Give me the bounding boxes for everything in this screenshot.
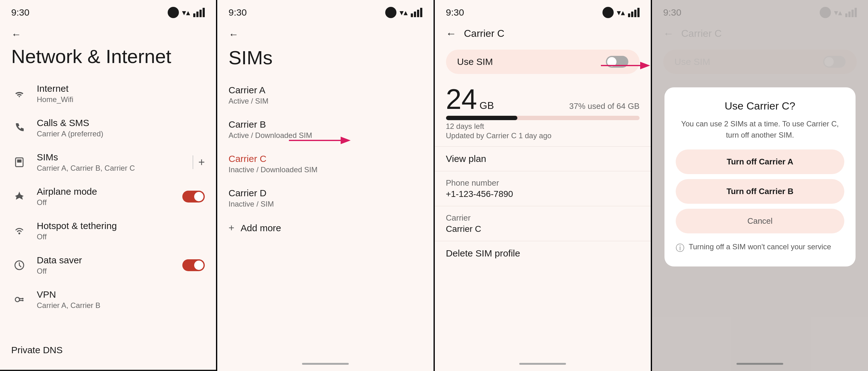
add-more-item[interactable]: + Add more	[217, 215, 433, 240]
datasaver-toggle-thumb	[194, 260, 204, 270]
menu-text-sims: SIMs Carrier A, Carrier B, Carrier C	[37, 152, 183, 173]
internet-sublabel: Home_Wifi	[37, 95, 205, 104]
sim-item-carrier-a[interactable]: Carrier A Active / SIM	[217, 78, 433, 112]
data-amount-row: 24 GB 37% used of 64 GB	[446, 85, 640, 113]
airplane-toggle[interactable]	[182, 191, 205, 202]
phone-number-label: Phone number	[446, 178, 640, 188]
svg-point-2	[19, 232, 20, 234]
turn-off-carrier-a-button[interactable]: Turn off Carrier A	[676, 149, 844, 174]
sim-item-carrier-c[interactable]: Carrier C Inactive / Downloaded SIM	[217, 147, 433, 181]
vpn-sublabel: Carrier A, Carrier B	[37, 301, 205, 310]
status-bar-2: 9:30 ▾▴	[217, 0, 433, 23]
cancel-button[interactable]: Cancel	[676, 209, 844, 233]
bottom-bar-2	[302, 363, 349, 365]
menu-text-vpn: VPN Carrier A, Carrier B	[37, 289, 205, 310]
signal-icon-3	[628, 8, 640, 17]
svg-rect-1	[17, 160, 22, 163]
menu-text-airplane: Airplane mode Off	[37, 186, 173, 207]
hotspot-icon	[11, 223, 27, 239]
menu-item-internet[interactable]: Internet Home_Wifi	[0, 77, 216, 111]
carrier-c-status: Inactive / Downloaded SIM	[228, 165, 422, 174]
carrier-field-value: Carrier C	[446, 224, 640, 234]
menu-text-calls: Calls & SMS Carrier A (preferred)	[37, 118, 205, 138]
airplane-label: Airplane mode	[37, 186, 173, 197]
data-progress-fill	[446, 116, 518, 120]
back-button-2[interactable]: ←	[217, 23, 433, 40]
status-icons-2: ▾▴	[385, 7, 422, 18]
add-sim-button[interactable]: +	[198, 156, 205, 169]
carrier-c-name: Carrier C	[228, 153, 422, 164]
carrier-a-status: Active / SIM	[228, 97, 422, 106]
carrier-a-name: Carrier A	[228, 85, 422, 95]
camera-icon-2	[385, 7, 397, 18]
data-gb-unit: GB	[480, 100, 494, 111]
use-sim-bar[interactable]: Use SIM	[446, 50, 640, 74]
menu-item-vpn[interactable]: VPN Carrier A, Carrier B	[0, 282, 216, 317]
signal-icon-2	[411, 8, 422, 17]
hotspot-sublabel: Off	[37, 232, 205, 241]
menu-item-sims[interactable]: SIMs Carrier A, Carrier B, Carrier C +	[0, 145, 216, 179]
camera-icon-3	[602, 7, 614, 18]
airplane-sublabel: Off	[37, 198, 173, 207]
page-title-1: Network & Internet	[0, 40, 216, 77]
data-percent-text: 37% used of 64 GB	[569, 102, 639, 111]
info-circle-icon: ⓘ	[676, 242, 684, 254]
data-usage-section: 24 GB 37% used of 64 GB 12 days left Upd…	[435, 79, 651, 146]
phone-icon	[11, 120, 27, 136]
data-progress-row	[446, 116, 640, 120]
add-more-label: Add more	[241, 223, 281, 233]
view-plan-label: View plan	[446, 153, 640, 164]
carrier-b-name: Carrier B	[228, 119, 422, 130]
menu-item-calls-sms[interactable]: Calls & SMS Carrier A (preferred)	[0, 111, 216, 145]
signal-icon-1	[193, 8, 205, 17]
svg-point-4	[15, 297, 20, 302]
status-time-3: 9:30	[446, 7, 464, 18]
screen-sims: 9:30 ▾▴ ← SIMs Carrier A Active / SIM Ca…	[217, 0, 433, 371]
phone-number-item[interactable]: Phone number +1-123-456-7890	[435, 171, 651, 206]
data-days-left: 12 days left	[446, 122, 640, 131]
use-sim-toggle-thumb	[607, 57, 617, 66]
menu-item-airplane[interactable]: Airplane mode Off	[0, 179, 216, 214]
datasaver-toggle[interactable]	[182, 259, 205, 271]
vpn-label: VPN	[37, 289, 205, 300]
sim-item-carrier-d[interactable]: Carrier D Inactive / SIM	[217, 181, 433, 215]
menu-text-datasaver: Data saver Off	[37, 255, 173, 276]
menu-item-hotspot[interactable]: Hotspot & tethering Off	[0, 214, 216, 248]
dialog-info-text: Turning off a SIM won't cancel your serv…	[689, 241, 831, 252]
wifi-status-icon-1: ▾▴	[182, 8, 190, 18]
back-button-3[interactable]: ←	[446, 27, 457, 39]
airplane-icon	[11, 189, 27, 205]
airplane-toggle-thumb	[194, 192, 204, 201]
carrier-d-status: Inactive / SIM	[228, 200, 422, 208]
vpn-icon	[11, 291, 27, 308]
dialog-info-row: ⓘ Turning off a SIM won't cancel your se…	[676, 238, 844, 257]
menu-text-hotspot: Hotspot & tethering Off	[37, 221, 205, 241]
turn-off-carrier-b-button[interactable]: Turn off Carrier B	[676, 179, 844, 204]
internet-label: Internet	[37, 83, 205, 94]
menu-item-datasaver[interactable]: Data saver Off	[0, 248, 216, 282]
menu-text-internet: Internet Home_Wifi	[37, 83, 205, 104]
sim-icon	[11, 154, 27, 170]
carrier-c-header: ← Carrier C	[435, 23, 651, 45]
svg-point-6	[22, 300, 24, 302]
dialog-description: You can use 2 SIMs at a time. To use Car…	[676, 118, 844, 141]
back-button-1[interactable]: ←	[0, 23, 216, 40]
add-more-icon: +	[228, 222, 235, 234]
carrier-c-title: Carrier C	[464, 28, 505, 39]
delete-sim-item[interactable]: Delete SIM profile	[435, 241, 651, 265]
sim-item-carrier-b[interactable]: Carrier B Active / Downloaded SIM	[217, 112, 433, 147]
sims-divider	[193, 155, 193, 169]
carrier-item[interactable]: Carrier Carrier C	[435, 206, 651, 241]
view-plan-item[interactable]: View plan	[435, 146, 651, 171]
delete-sim-label: Delete SIM profile	[446, 248, 640, 259]
status-time-1: 9:30	[11, 7, 29, 18]
data-gb-number: 24	[446, 85, 477, 113]
datasaver-icon	[11, 257, 27, 273]
datasaver-sublabel: Off	[37, 267, 173, 276]
screen-carrier-c: 9:30 ▾▴ ← Carrier C Use SIM 24 GB 37% us…	[435, 0, 651, 371]
sims-label: SIMs	[37, 152, 183, 163]
private-dns-item[interactable]: Private DNS	[11, 345, 63, 355]
use-sim-toggle[interactable]	[606, 56, 628, 68]
screen-network-internet: 9:30 ▾▴ ← Network & Internet Internet Ho…	[0, 0, 216, 371]
use-sim-label: Use SIM	[457, 56, 493, 67]
